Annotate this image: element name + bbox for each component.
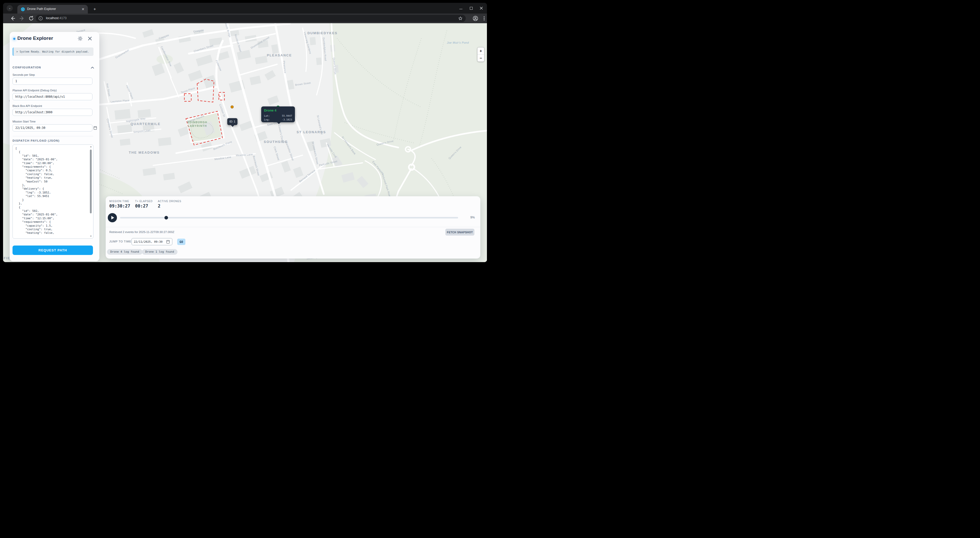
events-status-text: Retrieved 2 events for 2025-11-22T09:30:…	[109, 230, 174, 233]
fetch-snapshot-button[interactable]: FETCH SNAPSHOT	[445, 229, 474, 236]
calendar-icon[interactable]	[94, 126, 97, 130]
seconds-per-step-label: Seconds per Step	[13, 73, 35, 76]
map-area-label: SOUTHSIDE	[264, 140, 288, 144]
browser-tab[interactable]: Drone Path Explorer ✕	[18, 5, 88, 14]
tab-title: Drone Path Explorer	[27, 7, 56, 11]
bookmark-star-icon[interactable]	[458, 16, 463, 21]
jump-to-time-input[interactable]	[132, 238, 172, 245]
tab-search-icon[interactable]: ⌄	[6, 5, 13, 11]
window-maximize-button[interactable]	[469, 6, 473, 10]
mission-time-stat: MISSION TIME 09:30:27	[109, 200, 130, 208]
drone-explorer-panel: Drone Explorer > System Ready. Waiting f…	[10, 32, 99, 261]
map-area-label: EDINBURGH	[188, 121, 207, 124]
drone-log-chip: Drone 1 log found	[142, 249, 177, 255]
progress-percent: 9%	[470, 216, 475, 219]
drone-1-tooltip: ID: 1	[227, 118, 237, 125]
zoom-in-button[interactable]: +	[477, 48, 484, 55]
theme-toggle-sun-icon[interactable]	[78, 36, 83, 41]
jump-to-time-label: JUMP TO TIME	[109, 240, 131, 243]
dispatch-payload-heading: DISPATCH PAYLOAD (JSON)	[13, 139, 59, 142]
forward-icon[interactable]	[19, 15, 25, 21]
map-zoom-control: + −	[477, 47, 484, 62]
configuration-heading: CONFIGURATION	[13, 66, 41, 69]
active-drones-stat: ACTIVE DRONES 2	[158, 200, 181, 208]
url-text: localhost:4173	[46, 16, 67, 20]
scroll-up-icon[interactable]: ▲	[89, 146, 92, 148]
mission-start-label: Mission Start Time	[13, 120, 35, 123]
map-area-label: LABYRINTH	[188, 124, 207, 127]
tab-strip: ⌄ Drone Path Explorer ✕ +	[3, 3, 487, 14]
dispatch-payload-textarea[interactable]: [ { "id": 501, "date": "2025-01-06", "ti…	[13, 144, 94, 239]
seconds-per-step-input[interactable]	[13, 78, 92, 85]
browser-window: ⌄ Drone Path Explorer ✕ + localhost:4173	[3, 3, 487, 262]
drone-4-tooltip-title: Drone 4	[264, 108, 292, 112]
play-button[interactable]	[108, 213, 117, 222]
mission-start-input[interactable]	[13, 124, 92, 132]
map-area-label: ST LEONARDS	[296, 130, 326, 134]
panel-close-icon[interactable]	[88, 36, 92, 41]
map-area-label: DUMBIEDYKES	[307, 31, 337, 35]
window-close-button[interactable]	[479, 6, 484, 10]
tab-close-icon[interactable]: ✕	[81, 7, 85, 11]
back-icon[interactable]	[10, 15, 16, 21]
new-tab-button[interactable]: +	[91, 6, 98, 13]
status-dot	[13, 38, 15, 40]
window-minimize-button[interactable]	[459, 6, 463, 10]
planner-endpoint-label: Planner API Endpoint (Debug Only)	[13, 89, 57, 92]
go-button[interactable]: GO	[177, 239, 185, 245]
slider-thumb[interactable]	[164, 216, 168, 219]
playback-panel: MISSION TIME 09:30:27 T+ ELAPSED 00:27 A…	[106, 196, 480, 259]
textarea-scrollbar[interactable]: ▲ ▼	[89, 146, 92, 238]
calendar-icon[interactable]	[167, 240, 170, 243]
planner-endpoint-input[interactable]	[13, 93, 92, 100]
map-area-label: THE MEADOWS	[129, 151, 160, 154]
profile-icon[interactable]	[473, 15, 479, 21]
menu-dots-icon[interactable]	[481, 15, 487, 21]
url-bar[interactable]: localhost:4173	[36, 15, 466, 22]
timeline-slider[interactable]	[120, 217, 458, 219]
drone-1-marker[interactable]	[231, 106, 234, 108]
reload-icon[interactable]	[28, 15, 34, 21]
map-area-label: QUARTERMILE	[130, 122, 161, 126]
elapsed-stat: T+ ELAPSED 00:27	[135, 200, 153, 208]
drone-4-tooltip: Drone 4 Lat:55.9447 Lng:-3.1823	[261, 106, 295, 122]
panel-title: Drone Explorer	[18, 35, 53, 41]
system-status-message: > System Ready. Waiting for dispatch pay…	[13, 48, 94, 56]
blackbox-endpoint-label: Black Box API Endpoint	[13, 105, 42, 108]
map-area-label: PLEASANCE	[267, 53, 292, 57]
chevron-up-icon[interactable]	[91, 67, 94, 69]
scroll-down-icon[interactable]: ▼	[89, 235, 92, 238]
blackbox-endpoint-input[interactable]	[13, 109, 92, 116]
request-path-button[interactable]: REQUEST PATH	[13, 246, 93, 255]
map-area-label: Joe Muir's Pond	[447, 41, 469, 44]
site-info-icon[interactable]	[38, 16, 43, 21]
zoom-out-button[interactable]: −	[477, 55, 484, 62]
drone-log-chip: Drone 4 log found	[107, 249, 143, 255]
browser-toolbar: localhost:4173	[3, 14, 487, 23]
favicon-drone-icon	[21, 7, 25, 11]
scrollbar-thumb[interactable]	[90, 149, 92, 213]
